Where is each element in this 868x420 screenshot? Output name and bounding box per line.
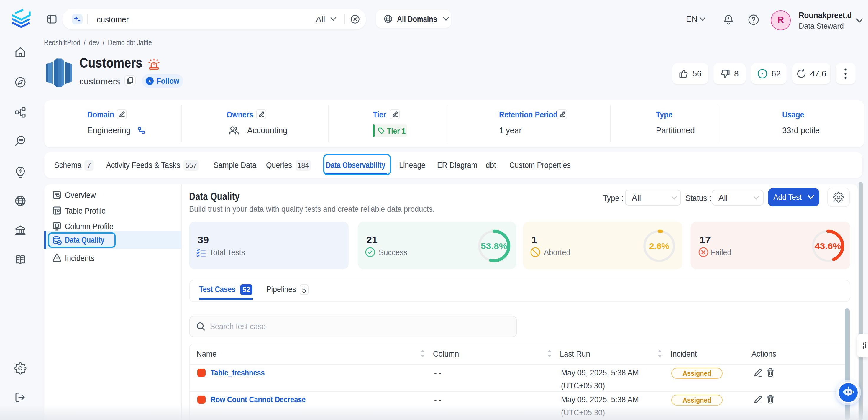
svg-text:43.6%: 43.6%: [815, 242, 841, 251]
svg-text:2.6%: 2.6%: [649, 242, 669, 251]
svg-text:53.8%: 53.8%: [481, 242, 507, 251]
